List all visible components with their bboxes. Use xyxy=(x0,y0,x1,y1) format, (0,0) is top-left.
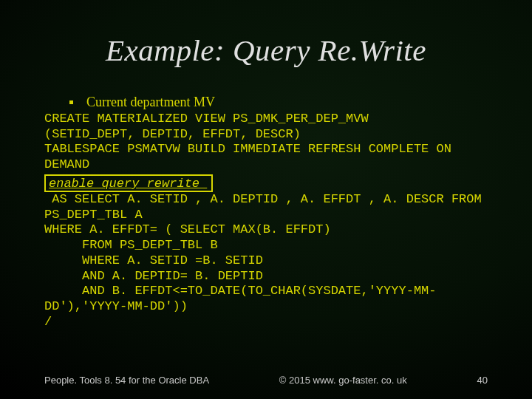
footer-left: People. Tools 8. 54 for the Oracle DBA xyxy=(44,375,209,386)
footer: People. Tools 8. 54 for the Oracle DBA ©… xyxy=(0,375,532,386)
highlight-text: enable query rewrite xyxy=(49,177,207,191)
highlight-box: enable query rewrite xyxy=(44,174,213,192)
bullet-text: Current department MV xyxy=(86,95,215,110)
slide: Example: Query Re.Write Current departme… xyxy=(0,0,532,399)
bullet-icon xyxy=(69,100,73,104)
code-block-2: AS SELECT A. SETID , A. DEPTID , A. EFFD… xyxy=(44,192,488,330)
bullet-item: Current department MV xyxy=(44,95,488,110)
slide-number: 40 xyxy=(477,375,488,386)
code-block-1: CREATE MATERIALIZED VIEW PS_DMK_PER_DEP_… xyxy=(44,112,488,173)
footer-center: © 2015 www. go-faster. co. uk xyxy=(279,375,407,386)
slide-title: Example: Query Re.Write xyxy=(44,33,488,68)
